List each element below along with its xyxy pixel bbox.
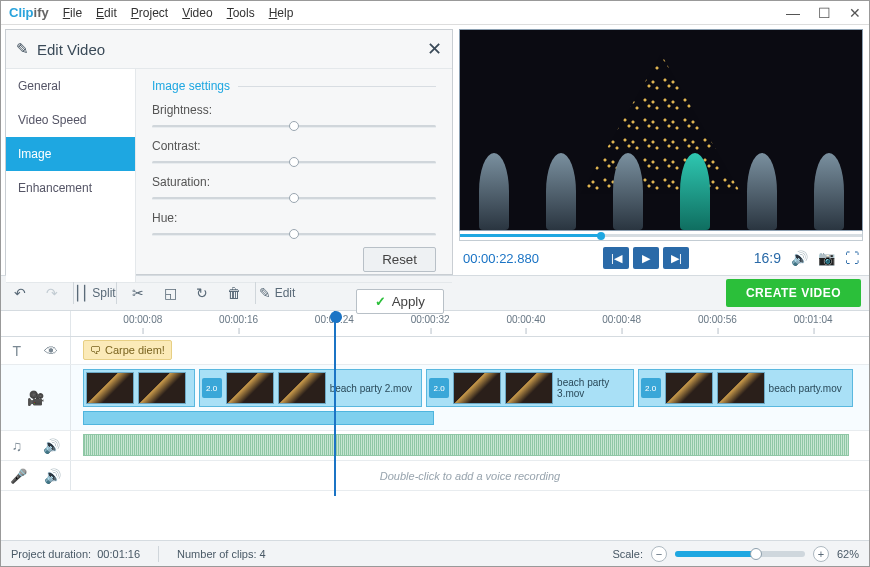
voice-hint: Double-click to add a voice recording	[380, 470, 560, 482]
snapshot-icon[interactable]: 📷	[818, 250, 835, 266]
window-minimize-icon[interactable]: —	[786, 5, 800, 21]
reset-button[interactable]: Reset	[363, 247, 436, 272]
project-duration: 00:01:16	[97, 548, 140, 560]
window-close-icon[interactable]: ✕	[849, 5, 861, 21]
video-clip-2[interactable]: 2.0beach party 2.mov	[199, 369, 422, 407]
statusbar: Project duration: 00:01:16 Number of cli…	[1, 540, 869, 566]
cut-button[interactable]: ✂	[127, 282, 149, 304]
saturation-slider[interactable]	[152, 191, 436, 205]
video-lane[interactable]: 2.0beach party 2.mov 2.0beach party 3.mo…	[71, 365, 869, 430]
preview-seekbar[interactable]	[459, 231, 863, 241]
aspect-ratio[interactable]: 16:9	[754, 250, 781, 266]
crop-button[interactable]: ◱	[159, 282, 181, 304]
menu-help[interactable]: Help	[269, 6, 294, 20]
create-video-button[interactable]: CREATE VIDEO	[726, 279, 861, 307]
tab-general[interactable]: General	[6, 69, 135, 103]
voice-lane[interactable]: Double-click to add a voice recording	[71, 461, 869, 490]
saturation-label: Saturation:	[152, 175, 436, 189]
panel-close-icon[interactable]: ✕	[427, 38, 442, 60]
menu-tools[interactable]: Tools	[227, 6, 255, 20]
audio-mute-icon[interactable]: 🔊	[43, 438, 60, 454]
timeline: 00:00:08 00:00:16 00:00:24 00:00:32 00:0…	[1, 311, 869, 491]
zoom-out-button[interactable]: −	[651, 546, 667, 562]
rotate-button[interactable]: ↻	[191, 282, 213, 304]
edit-video-panel: ✎ Edit Video ✕ General Video Speed Image…	[5, 29, 453, 275]
window-maximize-icon[interactable]: ☐	[818, 5, 831, 21]
preview-pane: 00:00:22.880 |◀ ▶ ▶| 16:9 🔊 📷 ⛶	[459, 29, 863, 275]
brightness-label: Brightness:	[152, 103, 436, 117]
undo-button[interactable]: ↶	[9, 282, 31, 304]
time-ruler[interactable]: 00:00:08 00:00:16 00:00:24 00:00:32 00:0…	[71, 311, 869, 336]
menu-project[interactable]: Project	[131, 6, 168, 20]
contrast-slider[interactable]	[152, 155, 436, 169]
clip-count: 4	[260, 548, 266, 560]
tab-enhancement[interactable]: Enhancement	[6, 171, 135, 205]
edit-clip-button[interactable]: ✎Edit	[266, 282, 288, 304]
volume-icon[interactable]: 🔊	[791, 250, 808, 266]
zoom-in-button[interactable]: +	[813, 546, 829, 562]
redo-button: ↷	[41, 282, 63, 304]
video-clip-3[interactable]: 2.0beach party 3.mov	[426, 369, 633, 407]
text-visibility-icon[interactable]: 👁	[44, 343, 58, 359]
delete-button[interactable]: 🗑	[223, 282, 245, 304]
next-frame-button[interactable]: ▶|	[663, 247, 689, 269]
contrast-label: Contrast:	[152, 139, 436, 153]
tab-video-speed[interactable]: Video Speed	[6, 103, 135, 137]
timecode: 00:00:22.880	[463, 251, 539, 266]
settings-legend: Image settings	[152, 79, 238, 93]
prev-frame-button[interactable]: |◀	[603, 247, 629, 269]
text-chip-icon: 🗨	[90, 344, 101, 356]
split-button[interactable]: ⎮⎮Split	[84, 282, 106, 304]
edit-icon: ✎	[16, 40, 29, 58]
voice-track-icon: 🎤	[10, 468, 27, 484]
menu-video[interactable]: Video	[182, 6, 212, 20]
audio-clip[interactable]	[83, 434, 849, 456]
video-track-icon: 🎥	[27, 390, 44, 406]
menu-edit[interactable]: Edit	[96, 6, 117, 20]
zoom-percent: 62%	[837, 548, 859, 560]
menubar: Clipify FFileile Edit Project Video Tool…	[1, 1, 869, 25]
hue-label: Hue:	[152, 211, 436, 225]
tab-image[interactable]: Image	[6, 137, 135, 171]
video-clip-4[interactable]: 2.0beach party.mov	[638, 369, 853, 407]
play-button[interactable]: ▶	[633, 247, 659, 269]
video-range-bar[interactable]	[83, 411, 434, 425]
text-clip[interactable]: 🗨Carpe diem!	[83, 340, 172, 360]
app-logo: Clipify	[9, 5, 49, 20]
brightness-slider[interactable]	[152, 119, 436, 133]
playhead[interactable]	[334, 311, 336, 496]
panel-tabs: General Video Speed Image Enhancement	[6, 69, 136, 282]
fullscreen-icon[interactable]: ⛶	[845, 250, 859, 266]
voice-mute-icon[interactable]: 🔊	[44, 468, 61, 484]
text-track-icon: T	[13, 343, 22, 359]
audio-track-icon: ♫	[11, 438, 22, 454]
zoom-slider[interactable]	[675, 551, 805, 557]
hue-slider[interactable]	[152, 227, 436, 241]
video-clip-1[interactable]	[83, 369, 195, 407]
video-preview[interactable]	[459, 29, 863, 231]
menu-file[interactable]: FFileile	[63, 6, 82, 20]
panel-title: Edit Video	[37, 41, 105, 58]
